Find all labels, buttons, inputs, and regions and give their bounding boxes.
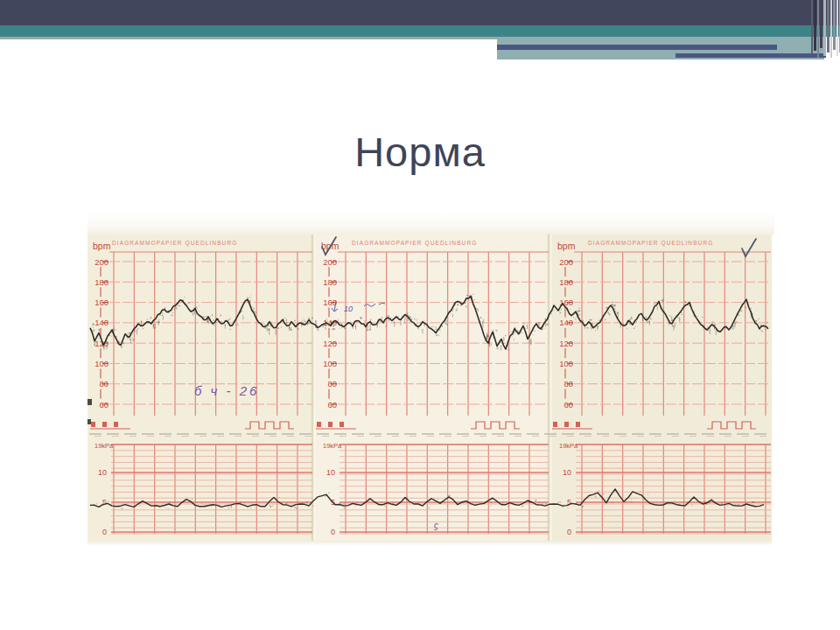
fhr-tick-label: 60 (99, 400, 108, 410)
toco-tick-label: 10 (563, 468, 571, 477)
corner-stripe (823, 0, 826, 56)
fhr-tick-label: 100 (94, 359, 108, 368)
fhr-tick-label: 140 (94, 318, 108, 327)
header-accent-bar-2 (676, 53, 826, 58)
fhr-tick-label: 100 (559, 359, 573, 368)
corner-stripe (817, 0, 819, 58)
corner-stripe (814, 0, 816, 51)
fhr-tick-label: 60 (564, 400, 573, 410)
fhr-tick-label: 60 (327, 400, 337, 410)
ctg-scan-image: 2001801601401201008060bpmDIAGRAMMOPAPIER… (88, 184, 774, 547)
toco-tick-label: 10 (326, 468, 335, 477)
fhr-tick-label: 120 (323, 339, 337, 348)
header-accent-bar-1 (497, 45, 777, 50)
pen-mark-5: ϛ (434, 521, 438, 530)
paper-brand-text: DIAGRAMMOPAPIER QUEDLINBURG (112, 240, 237, 247)
scan-white-margin (88, 184, 774, 234)
toco-tick-label: 5 (102, 498, 107, 507)
paper-brand-text: DIAGRAMMOPAPIER QUEDLINBURG (352, 240, 477, 247)
fhr-tick-label: 140 (559, 318, 573, 327)
pen-mark-10: 10 (344, 304, 353, 313)
corner-stripe (820, 0, 822, 48)
fhr-tick-label: 80 (327, 379, 337, 388)
header-gray-rule (0, 37, 500, 39)
fhr-tick-label: 80 (564, 379, 573, 388)
toco-tick-label: 0 (567, 528, 571, 536)
corner-stripe (827, 0, 830, 52)
toco-tick-label: 10 (98, 468, 107, 477)
fhr-tick-label: 160 (94, 298, 108, 307)
fhr-unit-label: bpm (557, 241, 576, 251)
corner-stripe (833, 0, 836, 50)
slide-title: Норма (0, 128, 840, 177)
header-teal-bar (0, 25, 840, 37)
ctg-paper: 2001801601401201008060bpmDIAGRAMMOPAPIER… (88, 234, 772, 542)
fhr-tick-label: 80 (99, 379, 108, 388)
paper-brand-text: DIAGRAMMOPAPIER QUEDLINBURG (588, 240, 713, 247)
fhr-tick-label: 180 (94, 277, 108, 287)
toco-unit-label: 19kPa (323, 442, 342, 450)
scan-bottom-edge (88, 541, 772, 547)
toco-tick-label: 0 (102, 528, 107, 536)
fhr-tick-label: 200 (323, 257, 337, 267)
corner-stripe (811, 0, 813, 54)
fhr-unit-label: bpm (93, 241, 111, 251)
fhr-tick-label: 200 (559, 257, 573, 267)
toco-unit-label: 19kPa (559, 442, 578, 450)
header-dark-bar (0, 0, 840, 25)
fhr-tick-label: 120 (559, 339, 573, 348)
corner-stripe (836, 0, 838, 56)
corner-stripe (830, 0, 832, 58)
handwritten-note: б ч - 26 (194, 383, 259, 398)
toco-tick-label: 0 (331, 528, 335, 536)
fhr-tick-label: 180 (559, 277, 573, 287)
ctg-chart-svg: 2001801601401201008060bpmDIAGRAMMOPAPIER… (88, 234, 772, 542)
fhr-tick-label: 200 (94, 257, 108, 267)
fhr-tick-label: 180 (323, 277, 337, 287)
fhr-tick-label: 100 (323, 359, 337, 368)
toco-unit-label: 19kPa (94, 442, 114, 450)
